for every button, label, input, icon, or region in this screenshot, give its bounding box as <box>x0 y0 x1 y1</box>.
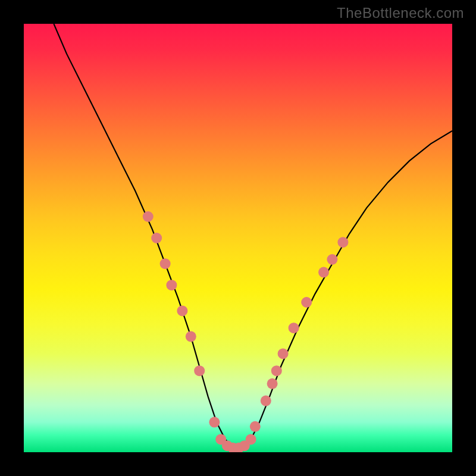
data-marker <box>337 237 348 248</box>
data-marker <box>301 297 312 308</box>
data-marker <box>278 348 289 359</box>
data-markers <box>143 211 349 452</box>
data-marker <box>246 434 256 444</box>
data-marker <box>166 280 177 290</box>
chart-frame: TheBottleneck.com <box>0 0 476 476</box>
data-marker <box>160 258 171 269</box>
watermark-text: TheBottleneck.com <box>337 5 464 21</box>
plot-area <box>24 24 452 452</box>
data-marker <box>267 378 278 389</box>
bottleneck-curve <box>54 24 452 448</box>
data-marker <box>209 417 220 428</box>
data-marker <box>327 254 337 265</box>
chart-svg <box>24 24 452 452</box>
data-marker <box>194 365 205 376</box>
data-marker <box>289 322 299 333</box>
data-marker <box>261 396 271 406</box>
data-marker <box>177 305 187 316</box>
data-marker <box>143 211 154 222</box>
data-marker <box>318 267 329 278</box>
data-marker <box>151 233 162 243</box>
data-marker <box>250 421 261 432</box>
data-marker <box>186 331 196 342</box>
data-marker <box>271 365 282 376</box>
